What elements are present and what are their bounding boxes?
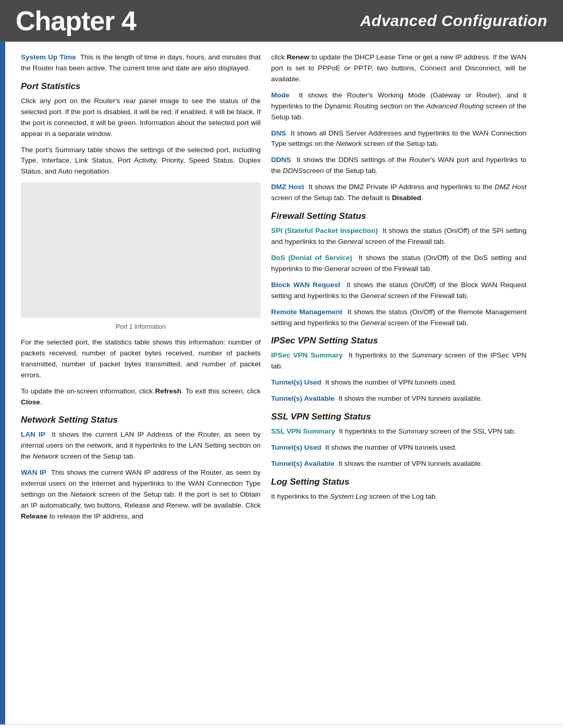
page-header: Chapter 4 Advanced Configuration (0, 0, 563, 42)
system-up-time-term: System Up Time (21, 53, 76, 61)
para4-close: Close (21, 398, 40, 406)
network-setting-heading: Network Setting Status (21, 415, 261, 425)
wan-ip-cont-text2: to update the DHCP Lease Time or get a n… (271, 53, 527, 83)
spi-para: SPI (Stateful Packet Inspection) It show… (271, 226, 527, 248)
port-statistics-para2: The port's Summary table shows the setti… (21, 145, 261, 178)
dos-italic: General (324, 265, 349, 273)
ssl-summary-italic: Summary (398, 427, 429, 435)
port-statistics-heading: Port Statistics (21, 81, 261, 92)
log-setting-heading: Log Setting Status (271, 477, 527, 487)
dos-text2: screen of the Firewall tab. (349, 265, 432, 273)
port-image (21, 182, 261, 318)
firewall-heading: Firewall Setting Status (271, 211, 527, 221)
mode-italic: Advanced Routing (426, 102, 483, 110)
remote-mgmt-text2: screen of the Firewall tab. (386, 319, 468, 327)
spi-italic: General (338, 238, 363, 245)
ipsec-summary-term: IPSec VPN Summary (271, 351, 342, 359)
ipsec-tunnels-used-term: Tunnel(s) Used (271, 378, 322, 386)
wan-ip-cont-text: click (271, 53, 287, 61)
ssl-summary-term: SSL VPN Summary (271, 427, 335, 435)
lan-ip-term: LAN IP (21, 430, 45, 438)
log-setting-text2: screen of the Log tab. (368, 492, 437, 500)
wan-ip-cont-bold: Renew (287, 53, 310, 61)
remote-mgmt-para: Remote Management It shows the status (O… (271, 307, 527, 329)
mode-term: Mode (271, 91, 289, 99)
section-title: Advanced Configuration (360, 12, 547, 30)
block-wan-term: Block WAN Request (271, 281, 340, 289)
ssl-tunnels-used-text: It shows the number of VPN tunnels used. (325, 443, 457, 451)
remote-mgmt-italic: General (361, 319, 386, 327)
wan-ip-italic: Network (70, 490, 96, 498)
ipsec-summary-text: It hyperlinks to the (349, 351, 412, 359)
dns-term: DNS (271, 129, 286, 137)
dmz-term: DMZ Host (271, 183, 304, 191)
ipsec-heading: IPSec VPN Setting Status (271, 336, 527, 346)
port-statistics-para4: To update the on-screen information, cli… (21, 386, 261, 408)
ipsec-tunnels-avail-text: It shows the number of VPN tunnels avail… (338, 394, 482, 402)
spi-text2: screen of the Firewall tab. (363, 238, 445, 245)
log-setting-text: It hyperlinks to the (271, 492, 330, 500)
main-content: System Up Time This is the length of tim… (5, 42, 563, 724)
blue-accent-bar (0, 42, 5, 724)
port-info-label: Port 1 Information (21, 322, 261, 332)
port-statistics-para1: Click any port on the Router's rear pane… (21, 96, 261, 140)
block-wan-italic: General (361, 292, 386, 300)
spi-term: SPI (Stateful Packet Inspection) (271, 227, 378, 235)
ssl-tunnels-used-term: Tunnel(s) Used (271, 443, 322, 451)
dmz-italic: DMZ Host (495, 183, 527, 191)
ipsec-tunnels-used-text: It shows the number of VPN tunnels used. (325, 378, 457, 386)
ssl-summary-text: It hyperlinks to the (339, 427, 398, 435)
dns-italic: Network (336, 140, 362, 147)
ssl-tunnels-used-para: Tunnel(s) Used It shows the number of VP… (271, 442, 527, 453)
dos-para: DoS (Denial of Service) It shows the sta… (271, 253, 527, 275)
wan-ip-text3: to release the IP address, and (47, 512, 143, 520)
para4-refresh: Refresh (155, 387, 181, 395)
chapter-title: Chapter 4 (16, 7, 136, 34)
log-setting-para: It hyperlinks to the System Log screen o… (271, 491, 527, 502)
wan-ip-para: WAN IP This shows the current WAN IP add… (21, 467, 261, 522)
wan-ip-term: WAN IP (21, 468, 46, 476)
dns-text2: screen of the Setup tab. (362, 140, 438, 147)
para4-mid: . To exit this screen, click (181, 387, 261, 395)
dns-para: DNS It shows all DNS Server Addresses an… (271, 128, 527, 150)
dmz-text3: . (421, 194, 423, 202)
ddns-text2: screen of the Setup tab. (303, 167, 377, 175)
content-area: System Up Time This is the length of tim… (0, 42, 563, 724)
ipsec-tunnels-avail-term: Tunnel(s) Available (271, 394, 335, 402)
mode-para: Mode It shows the Router's Working Mode … (271, 90, 527, 123)
dmz-text: It shows the DMZ Private IP Address and … (309, 183, 495, 191)
log-setting-italic: System Log (330, 492, 367, 500)
ddns-para: DDNS It shows the DDNS settings of the R… (271, 155, 527, 177)
port-statistics-para3: For the selected port, the statistics ta… (21, 337, 261, 381)
ddns-term: DDNS (271, 156, 291, 164)
left-column: System Up Time This is the length of tim… (21, 52, 261, 714)
ssl-summary-text2: screen of the SSL VPN tab. (428, 427, 516, 435)
block-wan-para: Block WAN Request It shows the status (O… (271, 280, 527, 302)
lan-ip-text2: screen of the Setup tab. (58, 452, 135, 460)
ipsec-summary-italic: Summary (412, 351, 442, 359)
para4-start: To update the on-screen information, cli… (21, 387, 155, 395)
wan-ip-cont-para: click Renew to update the DHCP Lease Tim… (271, 52, 527, 85)
ssl-tunnels-avail-para: Tunnel(s) Available It shows the number … (271, 459, 527, 470)
remote-mgmt-term: Remote Management (271, 308, 342, 316)
dos-term: DoS (Denial of Service) (271, 254, 352, 262)
dmz-text2: screen of the Setup tab. The default is (271, 194, 392, 202)
lan-ip-italic: Network (33, 452, 59, 460)
block-wan-text2: screen of the Firewall tab. (386, 292, 468, 300)
dmz-bold: Disabled (392, 194, 421, 202)
ssl-vpn-heading: SSL VPN Setting Status (271, 412, 527, 422)
lan-ip-para: LAN IP It shows the current LAN IP Addre… (21, 429, 261, 462)
wan-ip-bold: Release (21, 512, 47, 520)
ipsec-summary-para: IPSec VPN Summary It hyperlinks to the S… (271, 350, 527, 372)
ipsec-tunnels-used-para: Tunnel(s) Used It shows the number of VP… (271, 377, 527, 388)
footer: 4-Port SSL/IPSec VPN Router 9 (0, 724, 563, 728)
system-up-time-para: System Up Time This is the length of tim… (21, 52, 261, 74)
ddns-italic: DDNS (283, 167, 303, 175)
right-column: click Renew to update the DHCP Lease Tim… (271, 52, 527, 714)
ssl-tunnels-avail-term: Tunnel(s) Available (271, 460, 335, 467)
dmz-para: DMZ Host It shows the DMZ Private IP Add… (271, 182, 527, 204)
ssl-summary-para: SSL VPN Summary It hyperlinks to the Sum… (271, 426, 527, 437)
ipsec-tunnels-avail-para: Tunnel(s) Available It shows the number … (271, 393, 527, 404)
para4-end: . (40, 398, 42, 406)
ssl-tunnels-avail-text: It shows the number of VPN tunnels avail… (338, 460, 482, 467)
